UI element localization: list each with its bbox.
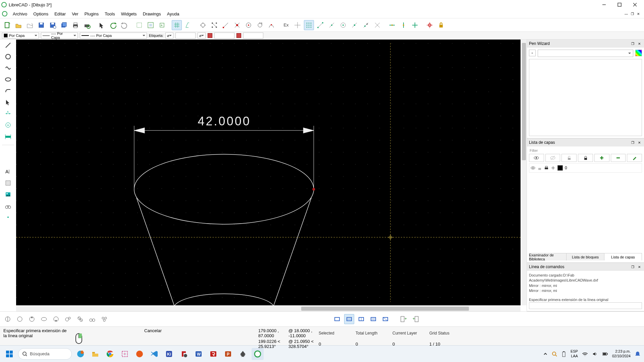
tab-biblioteca[interactable]: Examinador de Biblioteca (529, 253, 567, 260)
lock-relative-zero-button[interactable] (436, 20, 446, 30)
powerpoint-icon[interactable]: P (222, 348, 234, 360)
dim-tol-symbol-combo[interactable]: ⌀ (198, 33, 206, 39)
menu-options[interactable]: Options (31, 10, 51, 17)
tab-capas[interactable]: Lista de capas (604, 253, 642, 260)
snap-distance2-button[interactable]: d (361, 20, 371, 30)
tab-add-button[interactable]: + (398, 314, 409, 324)
spline-tool-button[interactable] (3, 63, 13, 73)
iso-right-button[interactable] (356, 314, 366, 324)
tab-remove-button[interactable]: + (411, 314, 421, 324)
menu-tools[interactable]: Tools (102, 10, 117, 17)
save-all-button[interactable] (59, 20, 69, 30)
close-icon[interactable]: ✕ (637, 41, 642, 46)
vscode-icon[interactable] (148, 348, 160, 360)
tangent-cc-button[interactable] (75, 314, 85, 324)
snap-endpoints-button[interactable] (315, 20, 325, 30)
select-button[interactable] (97, 20, 107, 30)
undo-button[interactable] (108, 20, 118, 30)
close-icon[interactable]: ✕ (637, 140, 642, 145)
maximize-button[interactable] (612, 0, 627, 9)
new-file-button[interactable]: + (2, 20, 12, 30)
tangent-2c-button[interactable] (87, 314, 97, 324)
print-preview-button[interactable] (82, 20, 92, 30)
mdi-restore-button[interactable]: ❐ (630, 11, 635, 16)
menu-plugins[interactable]: Plugins (82, 10, 102, 17)
explorer-icon[interactable] (89, 348, 101, 360)
pen-wiz-color-button[interactable] (635, 50, 642, 56)
chrome-icon[interactable] (104, 348, 116, 360)
snap-on-entity2-button[interactable] (327, 20, 337, 30)
zoom-previous-button[interactable]: + (157, 20, 167, 30)
open-file-button[interactable] (13, 20, 23, 30)
save-button[interactable] (36, 20, 46, 30)
inkscape-icon[interactable] (237, 348, 249, 360)
block-tool-button[interactable] (3, 201, 13, 211)
tab-bloques[interactable]: Lista de bloques (567, 253, 604, 260)
line-tool-button[interactable] (3, 40, 13, 50)
float-icon[interactable]: ❐ (630, 264, 635, 269)
zoom-extents-button[interactable] (146, 20, 156, 30)
snap-middle2-button[interactable] (350, 20, 360, 30)
float-icon[interactable]: ❐ (630, 140, 635, 145)
redo-button[interactable] (119, 20, 129, 30)
text-tool-button[interactable]: A (3, 167, 13, 177)
polyline-tool-button[interactable] (3, 86, 13, 96)
iso-top-button[interactable] (344, 314, 354, 324)
snap-middle-button[interactable]: 1 (255, 20, 265, 30)
notifications-icon[interactable] (635, 351, 641, 357)
restrict-vertical-button[interactable] (398, 20, 409, 30)
librecad-taskbar-icon[interactable] (252, 348, 264, 360)
info-tool-button[interactable] (3, 131, 13, 141)
layers-remove-button[interactable] (611, 154, 626, 162)
draft-mode-button[interactable] (183, 20, 193, 30)
restrict-horizontal-button[interactable] (387, 20, 397, 30)
volume-icon[interactable] (592, 351, 598, 357)
order-lower-button[interactable] (39, 314, 49, 324)
iso-front-button[interactable] (368, 314, 378, 324)
layers-lock-button[interactable] (578, 154, 593, 162)
menu-ver[interactable]: Ver (69, 10, 81, 17)
layer-row-0[interactable]: 0 (529, 163, 642, 173)
menu-ayuda[interactable]: Ayuda (164, 10, 182, 17)
iso-left-button[interactable] (332, 314, 342, 324)
snap-intersection-button[interactable] (232, 20, 242, 30)
modify-tool-button[interactable]: + (3, 120, 13, 130)
pen-wizard-title[interactable]: Pen Wizard❐✕ (527, 40, 644, 48)
print-button[interactable] (70, 20, 80, 30)
keyboard-layout[interactable]: ESPLAA (571, 349, 578, 358)
snap-grid-button[interactable] (209, 20, 219, 30)
start-button[interactable] (3, 348, 15, 360)
close-button[interactable] (627, 0, 643, 9)
freecad-icon[interactable] (178, 348, 190, 360)
snap-free-button[interactable] (198, 20, 208, 30)
layers-unlock-button[interactable] (561, 154, 577, 162)
eye-icon[interactable] (531, 166, 535, 170)
point-tool-button[interactable] (3, 212, 13, 222)
layers-edit-button[interactable] (627, 154, 642, 162)
mdi-minimize-button[interactable]: — (624, 11, 629, 16)
mdi-close-button[interactable]: ✕ (636, 11, 641, 16)
dim-tol-upper-field[interactable] (214, 33, 234, 39)
lineweight-bylayer-combo[interactable]: ---- Por Capa (80, 33, 147, 39)
layers-hide-all-button[interactable] (545, 154, 560, 162)
save-as-button[interactable] (48, 20, 58, 30)
menu-editar[interactable]: Editar (52, 10, 68, 17)
order-raise-button[interactable] (27, 314, 37, 324)
grid-toggle-button[interactable] (172, 20, 182, 30)
app1-icon[interactable] (133, 348, 146, 360)
tray-chevron-icon[interactable] (543, 352, 548, 356)
snip-icon[interactable] (119, 348, 131, 360)
lock-icon[interactable] (537, 166, 542, 170)
drawing-canvas[interactable]: 42.0000 (16, 40, 521, 305)
snap-on-entity-button[interactable] (292, 20, 303, 30)
layers-title[interactable]: Lista de capas❐✕ (527, 138, 644, 146)
taskbar-search[interactable]: Búsqueda (18, 348, 72, 360)
open-recent-button[interactable] (25, 20, 35, 30)
pen-wiz-select[interactable] (538, 50, 633, 57)
layers-add-button[interactable] (594, 154, 609, 162)
copilot-icon[interactable]: 1 (74, 348, 87, 360)
dim-tol-lower-field[interactable] (243, 33, 263, 39)
command-input[interactable] (529, 302, 642, 309)
kicad-icon[interactable]: Ki (163, 348, 175, 360)
tray-battery-icon[interactable] (561, 351, 567, 357)
